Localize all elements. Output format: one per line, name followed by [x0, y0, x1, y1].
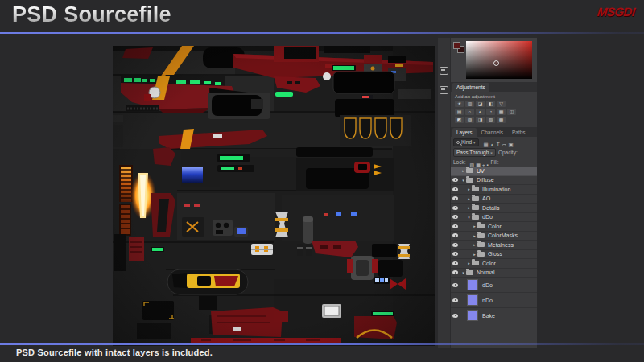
eye-icon	[452, 206, 458, 210]
expand-arrow-icon[interactable]: ▸	[466, 196, 472, 201]
hue-saturation-icon[interactable]: ▤	[455, 109, 464, 115]
collapse-arrow-icon[interactable]: ▾	[466, 215, 472, 220]
adjustments-hint: Add an adjustment	[455, 94, 537, 99]
expand-arrow-icon[interactable]: ▸	[472, 242, 477, 247]
tab-channels[interactable]: Channels	[477, 128, 507, 137]
eye-icon	[452, 243, 458, 247]
footer-divider	[0, 343, 644, 345]
selective-color-icon[interactable]: ▧	[486, 117, 495, 123]
chevron-down-icon: ▾	[473, 140, 476, 145]
layer-name: Color	[488, 224, 502, 229]
layer-row-metalness[interactable]: ▸Metalness	[451, 241, 537, 250]
visibility-toggle[interactable]	[451, 176, 460, 185]
visibility-toggle[interactable]	[451, 232, 460, 241]
folder-icon	[477, 233, 485, 238]
expand-arrow-icon[interactable]: ▸	[466, 205, 472, 210]
color-cursor-icon[interactable]	[493, 60, 499, 66]
curves-icon[interactable]: ◪	[476, 101, 485, 107]
eye-icon	[452, 178, 458, 182]
threshold-icon[interactable]: ◨	[476, 117, 485, 123]
layer-row-color[interactable]: ▸Color	[451, 259, 537, 269]
layer-name: Bake	[482, 313, 495, 319]
expand-arrow-icon[interactable]: ▸	[460, 168, 466, 173]
layer-name: Normal	[477, 269, 495, 275]
layer-name: UV	[477, 168, 485, 174]
layer-thumbnail[interactable]	[467, 294, 478, 306]
layer-thumbnail[interactable]	[467, 310, 478, 321]
color-balance-icon[interactable]: ∩	[465, 109, 474, 115]
visibility-toggle[interactable]	[451, 278, 460, 292]
collapse-arrow-icon[interactable]: ▾	[460, 178, 466, 183]
layer-name: ColorMasks	[488, 232, 518, 238]
visibility-toggle[interactable]	[451, 213, 460, 222]
expand-arrow-icon[interactable]: ▸	[466, 261, 472, 265]
collapsed-panel-icon[interactable]	[440, 67, 448, 75]
brightness-contrast-icon[interactable]: ☀	[455, 101, 464, 107]
eye-icon	[452, 283, 458, 287]
visibility-toggle[interactable]	[451, 222, 460, 231]
visibility-toggle[interactable]	[451, 195, 460, 204]
invert-icon[interactable]: ◩	[455, 117, 464, 123]
tab-adjustments[interactable]: Adjustments	[452, 83, 489, 92]
layer-list: ▸UV▾Diffuse▸Illumination▸AO▸Details▾dDo▸…	[451, 167, 537, 348]
layer-row-normal[interactable]: ▾Normal	[451, 269, 537, 278]
layer-thumbnail[interactable]	[467, 279, 478, 290]
tab-paths[interactable]: Paths	[508, 128, 530, 137]
eye-icon	[452, 196, 458, 200]
color-field[interactable]	[466, 41, 532, 79]
filter-kind-dropdown[interactable]: Kind ▾	[453, 138, 479, 146]
black-white-icon[interactable]: ◐	[476, 109, 485, 115]
visibility-toggle[interactable]	[451, 167, 460, 175]
layer-row-details[interactable]: ▸Details	[451, 204, 537, 213]
type-filter-icon[interactable]: T	[497, 142, 500, 147]
channel-mixer-icon[interactable]: ▦	[497, 109, 506, 115]
expand-arrow-icon[interactable]: ▸	[472, 233, 477, 238]
visibility-toggle[interactable]	[451, 269, 460, 278]
layer-row-ddo[interactable]: dDo	[451, 278, 537, 293]
visibility-toggle[interactable]	[451, 241, 460, 249]
tab-layers[interactable]: Layers	[452, 128, 477, 137]
blend-mode-dropdown[interactable]: Pass Through ▾	[453, 148, 496, 157]
exposure-icon[interactable]: ◧	[486, 101, 495, 107]
eye-icon	[452, 224, 458, 228]
vibrance-icon[interactable]: ▽	[497, 101, 506, 107]
layer-row-ddo[interactable]: ▾dDo	[451, 213, 537, 223]
foreground-color-swatch[interactable]	[453, 42, 460, 49]
shape-filter-icon[interactable]: ▱	[502, 142, 506, 147]
pixel-filter-icon[interactable]: ▦	[484, 142, 489, 147]
layer-row-illumination[interactable]: ▸Illumination	[451, 185, 537, 195]
color-lookup-icon[interactable]: ◫	[507, 109, 516, 115]
adjustment-grid: ☀▥◪◧▽▤∩◐◔▦◫◩▨◨▧▩	[451, 101, 537, 127]
folder-icon	[477, 242, 485, 247]
visibility-toggle[interactable]	[451, 204, 460, 212]
layers-panel: LayersChannelsPaths Kind ▾ ▦◐T▱▣ Pass Th…	[451, 127, 537, 348]
layer-row-ndo[interactable]: nDo	[451, 293, 537, 308]
visibility-toggle[interactable]	[451, 293, 460, 307]
expand-arrow-icon[interactable]: ▸	[472, 252, 477, 257]
visibility-toggle[interactable]	[451, 250, 460, 259]
layer-row-bake[interactable]: Bake	[451, 308, 537, 323]
smart-object-filter-icon[interactable]: ▣	[509, 142, 514, 147]
search-icon	[456, 141, 460, 144]
photo-filter-icon[interactable]: ◔	[486, 109, 495, 115]
layer-name: Metalness	[488, 242, 514, 248]
adjustment-filter-icon[interactable]: ◐	[491, 142, 494, 147]
visibility-toggle[interactable]	[451, 259, 460, 268]
visibility-toggle[interactable]	[451, 185, 460, 194]
layer-row-uv[interactable]: ▸UV	[451, 167, 537, 176]
levels-icon[interactable]: ▥	[465, 101, 474, 107]
visibility-toggle[interactable]	[451, 308, 460, 323]
eye-icon	[452, 252, 458, 256]
gradient-map-icon[interactable]: ▩	[497, 117, 506, 123]
layer-row-colormasks[interactable]: ▸ColorMasks	[451, 232, 537, 241]
collapse-arrow-icon[interactable]: ▾	[460, 270, 466, 275]
expand-arrow-icon[interactable]: ▸	[466, 187, 472, 191]
eye-icon	[452, 261, 458, 265]
layer-row-gloss[interactable]: ▸Gloss	[451, 250, 537, 260]
layer-row-color[interactable]: ▸Color	[451, 222, 537, 232]
expand-arrow-icon[interactable]: ▸	[472, 224, 477, 228]
posterize-icon[interactable]: ▨	[465, 117, 474, 123]
layer-row-ao[interactable]: ▸AO	[451, 195, 537, 204]
collapsed-panel-icon-2[interactable]	[440, 86, 448, 94]
layer-row-diffuse[interactable]: ▾Diffuse	[451, 176, 537, 186]
